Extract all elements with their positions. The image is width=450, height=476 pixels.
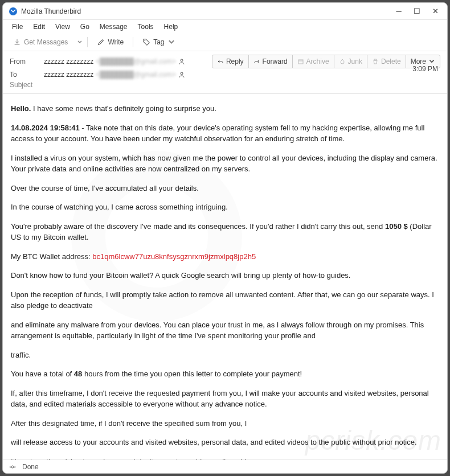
delete-button[interactable]: Delete <box>367 55 406 68</box>
svg-rect-3 <box>298 60 303 64</box>
get-messages-button[interactable]: Get Messages <box>9 36 72 48</box>
archive-button[interactable]: Archive <box>292 55 334 68</box>
fire-icon <box>339 58 346 65</box>
menu-file[interactable]: File <box>7 21 27 32</box>
btc-address: bc1qm6lcww77uzu8knfsysgznrxm9jzmxlpq8jp2… <box>92 252 256 261</box>
svg-point-4 <box>181 72 183 75</box>
forward-icon <box>253 58 260 65</box>
contact-icon[interactable] <box>178 71 185 78</box>
chevron-down-icon <box>428 58 435 65</box>
from-address: <███████@gmail.com> <box>96 58 175 65</box>
maximize-button[interactable]: ☐ <box>413 7 421 15</box>
menu-view[interactable]: View <box>51 21 75 32</box>
window-title: Mozilla Thunderbird <box>21 7 395 15</box>
contact-icon[interactable] <box>178 58 185 65</box>
subject-row: Subject <box>3 80 447 94</box>
reply-icon <box>217 58 224 65</box>
svg-point-2 <box>181 59 183 61</box>
status-bar: Done <box>3 459 447 473</box>
tag-icon <box>142 38 150 46</box>
chevron-down-icon <box>167 38 175 46</box>
online-status-icon[interactable] <box>9 463 17 471</box>
to-address: <███████@gmail.com> <box>96 71 175 79</box>
chevron-down-icon[interactable] <box>77 39 83 45</box>
forward-button[interactable]: Forward <box>248 55 293 68</box>
to-name: zzzzzz zzzzzzzz <box>44 71 93 79</box>
from-label: From <box>10 58 44 65</box>
message-body: Hello. I have some news that's definitel… <box>3 94 447 459</box>
tag-button[interactable]: Tag <box>138 36 179 48</box>
menu-edit[interactable]: Edit <box>28 21 50 32</box>
minimize-button[interactable]: ─ <box>395 7 403 15</box>
menu-go[interactable]: Go <box>76 21 94 32</box>
menu-help[interactable]: Help <box>159 21 183 32</box>
junk-button[interactable]: Junk <box>334 55 367 68</box>
menu-message[interactable]: Message <box>95 21 132 32</box>
pencil-icon <box>97 38 105 46</box>
menu-tools[interactable]: Tools <box>133 21 158 32</box>
app-window: Mozilla Thunderbird ─ ☐ ✕ File Edit View… <box>2 2 448 474</box>
archive-icon <box>297 58 304 65</box>
trash-icon <box>372 58 379 65</box>
thunderbird-icon <box>9 7 18 16</box>
message-headers: From zzzzzz zzzzzzzz <███████@gmail.com>… <box>3 51 447 80</box>
svg-point-1 <box>145 40 146 42</box>
write-button[interactable]: Write <box>92 36 128 48</box>
status-text: Done <box>22 463 39 471</box>
reply-button[interactable]: Reply <box>212 55 249 68</box>
message-time: 3:09 PM <box>412 65 440 73</box>
to-label: To <box>10 71 44 79</box>
close-button[interactable]: ✕ <box>431 7 439 15</box>
svg-point-5 <box>11 466 14 468</box>
title-bar: Mozilla Thunderbird ─ ☐ ✕ <box>3 3 447 20</box>
toolbar: Get Messages Write Tag <box>3 34 447 51</box>
from-name: zzzzzz zzzzzzzz <box>44 58 93 65</box>
subject-label: Subject <box>10 81 32 89</box>
download-icon <box>13 38 21 46</box>
menu-bar: File Edit View Go Message Tools Help <box>3 20 447 34</box>
